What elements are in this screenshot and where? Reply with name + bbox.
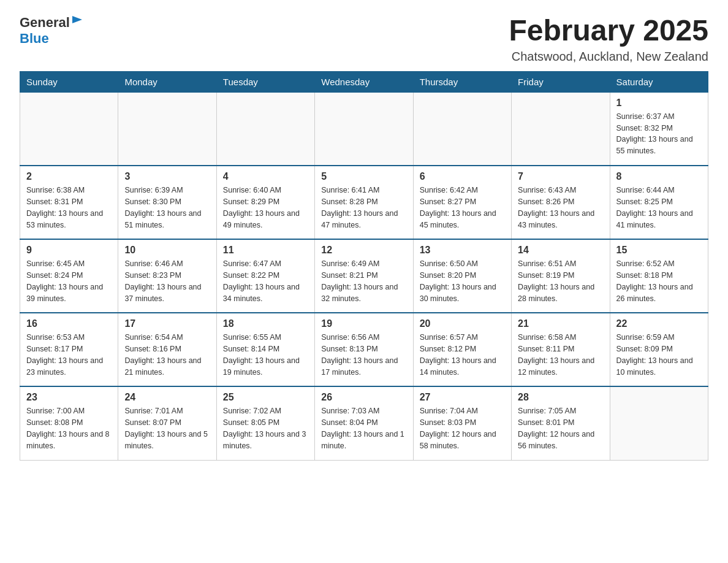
day-info: Sunrise: 7:03 AMSunset: 8:04 PMDaylight:…	[321, 405, 406, 451]
day-info: Sunrise: 6:53 AMSunset: 8:17 PMDaylight:…	[26, 332, 112, 378]
day-info: Sunrise: 6:41 AMSunset: 8:28 PMDaylight:…	[321, 185, 406, 231]
day-info: Sunrise: 7:05 AMSunset: 8:01 PMDaylight:…	[518, 405, 603, 451]
calendar-cell	[216, 92, 314, 166]
day-number: 13	[420, 245, 505, 256]
day-number: 19	[321, 318, 406, 329]
day-info: Sunrise: 6:54 AMSunset: 8:16 PMDaylight:…	[124, 332, 210, 378]
day-info: Sunrise: 6:51 AMSunset: 8:19 PMDaylight:…	[518, 258, 603, 304]
logo-text: General Blue	[20, 15, 83, 47]
day-number: 14	[518, 245, 603, 256]
day-info: Sunrise: 6:58 AMSunset: 8:11 PMDaylight:…	[518, 332, 603, 378]
calendar-week-row: 9Sunrise: 6:45 AMSunset: 8:24 PMDaylight…	[20, 239, 708, 313]
month-title: February 2025	[509, 15, 708, 47]
day-number: 6	[420, 171, 505, 182]
day-number: 12	[321, 245, 406, 256]
day-info: Sunrise: 6:45 AMSunset: 8:24 PMDaylight:…	[26, 258, 112, 304]
calendar-cell	[610, 386, 708, 460]
calendar-table: SundayMondayTuesdayWednesdayThursdayFrid…	[20, 71, 708, 461]
weekday-header-friday: Friday	[512, 71, 610, 92]
day-number: 15	[616, 245, 702, 256]
day-number: 28	[518, 392, 603, 403]
day-number: 25	[223, 392, 308, 403]
calendar-cell: 21Sunrise: 6:58 AMSunset: 8:11 PMDayligh…	[512, 313, 610, 386]
day-info: Sunrise: 6:59 AMSunset: 8:09 PMDaylight:…	[616, 332, 702, 378]
day-number: 11	[223, 245, 308, 256]
day-number: 8	[616, 171, 702, 182]
calendar-cell: 11Sunrise: 6:47 AMSunset: 8:22 PMDayligh…	[216, 239, 314, 313]
day-info: Sunrise: 6:37 AMSunset: 8:32 PMDaylight:…	[616, 111, 702, 157]
location: Chatswood, Auckland, New Zealand	[509, 50, 708, 64]
calendar-cell: 5Sunrise: 6:41 AMSunset: 8:28 PMDaylight…	[315, 166, 413, 239]
calendar-cell: 8Sunrise: 6:44 AMSunset: 8:25 PMDaylight…	[610, 166, 708, 239]
day-info: Sunrise: 6:56 AMSunset: 8:13 PMDaylight:…	[321, 332, 406, 378]
day-info: Sunrise: 6:57 AMSunset: 8:12 PMDaylight:…	[420, 332, 505, 378]
day-number: 22	[616, 318, 702, 329]
calendar-cell: 16Sunrise: 6:53 AMSunset: 8:17 PMDayligh…	[20, 313, 118, 386]
calendar-cell	[315, 92, 413, 166]
day-number: 2	[26, 171, 112, 182]
day-number: 4	[223, 171, 308, 182]
logo: General Blue	[20, 15, 83, 47]
calendar-week-row: 23Sunrise: 7:00 AMSunset: 8:08 PMDayligh…	[20, 386, 708, 460]
day-info: Sunrise: 6:52 AMSunset: 8:18 PMDaylight:…	[616, 258, 702, 304]
calendar-cell: 17Sunrise: 6:54 AMSunset: 8:16 PMDayligh…	[118, 313, 216, 386]
day-info: Sunrise: 6:44 AMSunset: 8:25 PMDaylight:…	[616, 185, 702, 231]
day-info: Sunrise: 7:00 AMSunset: 8:08 PMDaylight:…	[26, 405, 112, 451]
day-info: Sunrise: 6:55 AMSunset: 8:14 PMDaylight:…	[223, 332, 308, 378]
calendar-cell: 28Sunrise: 7:05 AMSunset: 8:01 PMDayligh…	[512, 386, 610, 460]
day-number: 9	[26, 245, 112, 256]
day-number: 16	[26, 318, 112, 329]
calendar-cell: 27Sunrise: 7:04 AMSunset: 8:03 PMDayligh…	[413, 386, 511, 460]
calendar-cell: 20Sunrise: 6:57 AMSunset: 8:12 PMDayligh…	[413, 313, 511, 386]
calendar-week-row: 2Sunrise: 6:38 AMSunset: 8:31 PMDaylight…	[20, 166, 708, 239]
calendar-cell	[20, 92, 118, 166]
calendar-cell: 23Sunrise: 7:00 AMSunset: 8:08 PMDayligh…	[20, 386, 118, 460]
day-info: Sunrise: 6:38 AMSunset: 8:31 PMDaylight:…	[26, 185, 112, 231]
calendar-cell: 1Sunrise: 6:37 AMSunset: 8:32 PMDaylight…	[610, 92, 708, 166]
calendar-cell: 13Sunrise: 6:50 AMSunset: 8:20 PMDayligh…	[413, 239, 511, 313]
title-block: February 2025 Chatswood, Auckland, New Z…	[509, 15, 708, 64]
page-header: General Blue February 2025 Chatswood, Au…	[20, 15, 708, 64]
calendar-cell: 12Sunrise: 6:49 AMSunset: 8:21 PMDayligh…	[315, 239, 413, 313]
calendar-cell: 4Sunrise: 6:40 AMSunset: 8:29 PMDaylight…	[216, 166, 314, 239]
day-info: Sunrise: 6:42 AMSunset: 8:27 PMDaylight:…	[420, 185, 505, 231]
weekday-header-thursday: Thursday	[413, 71, 511, 92]
calendar-cell	[118, 92, 216, 166]
calendar-cell: 2Sunrise: 6:38 AMSunset: 8:31 PMDaylight…	[20, 166, 118, 239]
day-number: 17	[124, 318, 210, 329]
calendar-cell: 14Sunrise: 6:51 AMSunset: 8:19 PMDayligh…	[512, 239, 610, 313]
day-info: Sunrise: 6:43 AMSunset: 8:26 PMDaylight:…	[518, 185, 603, 231]
calendar-cell: 25Sunrise: 7:02 AMSunset: 8:05 PMDayligh…	[216, 386, 314, 460]
calendar-week-row: 16Sunrise: 6:53 AMSunset: 8:17 PMDayligh…	[20, 313, 708, 386]
calendar-cell: 7Sunrise: 6:43 AMSunset: 8:26 PMDaylight…	[512, 166, 610, 239]
day-info: Sunrise: 6:47 AMSunset: 8:22 PMDaylight:…	[223, 258, 308, 304]
calendar-cell: 3Sunrise: 6:39 AMSunset: 8:30 PMDaylight…	[118, 166, 216, 239]
calendar-cell: 26Sunrise: 7:03 AMSunset: 8:04 PMDayligh…	[315, 386, 413, 460]
day-number: 3	[124, 171, 210, 182]
weekday-header-wednesday: Wednesday	[315, 71, 413, 92]
weekday-header-sunday: Sunday	[20, 71, 118, 92]
day-info: Sunrise: 6:40 AMSunset: 8:29 PMDaylight:…	[223, 185, 308, 231]
weekday-header-saturday: Saturday	[610, 71, 708, 92]
day-number: 18	[223, 318, 308, 329]
day-info: Sunrise: 7:01 AMSunset: 8:07 PMDaylight:…	[124, 405, 210, 451]
day-info: Sunrise: 6:39 AMSunset: 8:30 PMDaylight:…	[124, 185, 210, 231]
calendar-cell: 10Sunrise: 6:46 AMSunset: 8:23 PMDayligh…	[118, 239, 216, 313]
calendar-cell: 15Sunrise: 6:52 AMSunset: 8:18 PMDayligh…	[610, 239, 708, 313]
calendar-cell	[512, 92, 610, 166]
day-number: 10	[124, 245, 210, 256]
calendar-cell: 18Sunrise: 6:55 AMSunset: 8:14 PMDayligh…	[216, 313, 314, 386]
day-number: 5	[321, 171, 406, 182]
day-info: Sunrise: 6:49 AMSunset: 8:21 PMDaylight:…	[321, 258, 406, 304]
calendar-header-row: SundayMondayTuesdayWednesdayThursdayFrid…	[20, 71, 708, 92]
weekday-header-tuesday: Tuesday	[216, 71, 314, 92]
calendar-cell: 24Sunrise: 7:01 AMSunset: 8:07 PMDayligh…	[118, 386, 216, 460]
day-number: 20	[420, 318, 505, 329]
calendar-week-row: 1Sunrise: 6:37 AMSunset: 8:32 PMDaylight…	[20, 92, 708, 166]
calendar-cell	[413, 92, 511, 166]
day-number: 27	[420, 392, 505, 403]
day-info: Sunrise: 7:04 AMSunset: 8:03 PMDaylight:…	[420, 405, 505, 451]
day-number: 23	[26, 392, 112, 403]
svg-marker-0	[72, 16, 82, 23]
day-info: Sunrise: 6:50 AMSunset: 8:20 PMDaylight:…	[420, 258, 505, 304]
